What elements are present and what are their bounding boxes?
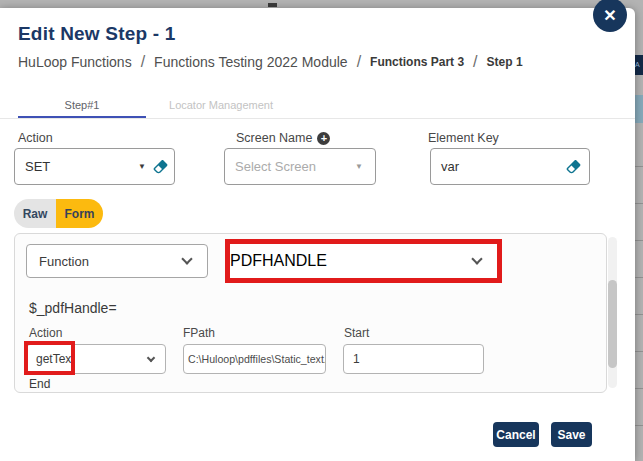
caret-down-icon: ▼ — [138, 162, 146, 171]
screen-name-select[interactable]: Select Screen ▼ — [224, 148, 376, 185]
function-type-select[interactable]: Function — [26, 244, 208, 278]
breadcrumb-item[interactable]: Functions Part 3 — [370, 55, 464, 69]
eraser-icon[interactable] — [152, 158, 169, 175]
add-screen-icon[interactable]: + — [317, 132, 330, 145]
function-panel: Function PDFHANDLE $_pdfHandle= Action F… — [14, 233, 607, 393]
edit-step-modal: Edit New Step - 1 HuLoop Functions / Fun… — [0, 8, 635, 461]
fpath-value: C:\Huloop\pdffiles\Static_text.pdf — [184, 353, 325, 365]
background-table-header-fragment: A — [635, 55, 643, 75]
raw-form-toggle: Raw Form — [14, 199, 103, 228]
element-key-label: Element Key — [428, 131, 499, 145]
toggle-form-button[interactable]: Form — [56, 199, 103, 228]
eraser-icon[interactable] — [565, 158, 582, 175]
sub-action-value: getText — [27, 352, 75, 366]
breadcrumb-separator: / — [357, 53, 361, 71]
background-selected-row-fragment — [635, 95, 643, 123]
assignment-text: $_pdfHandle= — [29, 300, 117, 316]
function-type-value: Function — [27, 254, 89, 269]
chevron-down-icon — [147, 353, 155, 361]
start-label: Start — [344, 326, 369, 340]
end-label: End — [29, 377, 50, 391]
tab-locator-management[interactable]: Locator Management — [158, 99, 284, 111]
action-select[interactable]: SET ▼ — [14, 148, 175, 185]
fpath-label: FPath — [183, 326, 215, 340]
element-key-value: var — [431, 159, 459, 174]
chevron-down-icon — [181, 253, 192, 264]
action-label: Action — [18, 131, 53, 145]
breadcrumb-item[interactable]: HuLoop Functions — [18, 54, 132, 70]
sub-action-select[interactable]: getText — [26, 344, 166, 374]
function-name-value: PDFHANDLE — [230, 252, 327, 270]
breadcrumb: HuLoop Functions / Functions Testing 202… — [18, 53, 523, 71]
breadcrumb-separator: / — [141, 53, 145, 71]
fpath-input[interactable]: C:\Huloop\pdffiles\Static_text.pdf — [183, 344, 326, 374]
start-input[interactable]: 1 — [343, 344, 484, 374]
save-button[interactable]: Save — [551, 422, 592, 447]
function-name-select-highlighted[interactable]: PDFHANDLE — [225, 239, 502, 283]
page-title: Edit New Step - 1 — [18, 23, 176, 45]
close-icon: ✕ — [603, 6, 616, 25]
toggle-raw-button[interactable]: Raw — [14, 199, 56, 228]
breadcrumb-item[interactable]: Step 1 — [487, 55, 523, 69]
chevron-down-icon — [471, 253, 482, 264]
tab-divider — [0, 118, 635, 119]
breadcrumb-separator: / — [473, 53, 477, 71]
cancel-button[interactable]: Cancel — [493, 422, 539, 447]
panel-scrollbar-thumb[interactable] — [608, 280, 617, 368]
breadcrumb-item[interactable]: Functions Testing 2022 Module — [154, 54, 348, 70]
screen-name-label: Screen Name + — [236, 131, 330, 145]
action-select-value: SET — [15, 159, 50, 174]
tab-step1[interactable]: Step#1 — [18, 99, 146, 111]
background-table-rows-fragment — [635, 130, 643, 461]
start-value: 1 — [344, 352, 360, 366]
caret-down-icon: ▼ — [355, 162, 363, 171]
element-key-input[interactable]: var — [430, 148, 590, 185]
background-page-fragment — [268, 3, 277, 7]
sub-action-label: Action — [29, 326, 62, 340]
screen-name-placeholder: Select Screen — [225, 159, 316, 174]
